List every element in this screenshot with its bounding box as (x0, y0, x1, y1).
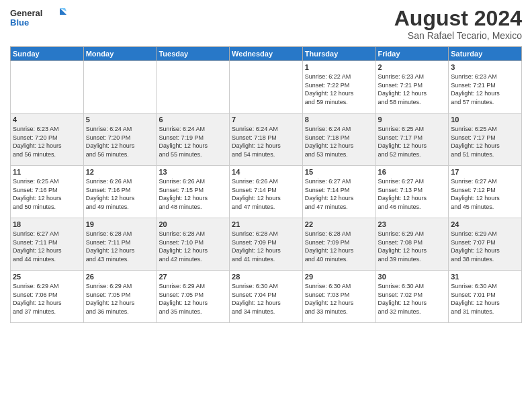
calendar-cell: 1Sunrise: 6:22 AM Sunset: 7:22 PM Daylig… (302, 61, 375, 113)
day-info: Sunrise: 6:28 AM Sunset: 7:11 PM Dayligh… (86, 230, 154, 263)
day-number: 11 (13, 168, 81, 176)
title-area: August 2024 San Rafael Tecario, Mexico (394, 7, 522, 41)
calendar-cell: 12Sunrise: 6:26 AM Sunset: 7:16 PM Dayli… (83, 166, 157, 218)
calendar-cell: 16Sunrise: 6:27 AM Sunset: 7:13 PM Dayli… (375, 166, 449, 218)
day-number: 4 (13, 116, 81, 124)
day-number: 13 (159, 168, 227, 176)
calendar-cell (83, 61, 157, 113)
day-info: Sunrise: 6:28 AM Sunset: 7:09 PM Dayligh… (305, 230, 373, 263)
weekday-header-saturday: Saturday (449, 47, 522, 61)
weekday-header-wednesday: Wednesday (230, 47, 303, 61)
day-info: Sunrise: 6:24 AM Sunset: 7:18 PM Dayligh… (232, 125, 300, 158)
weekday-header-row: SundayMondayTuesdayWednesdayThursdayFrid… (11, 47, 522, 61)
page: General Blue August 2024 San Rafael Teca… (0, 0, 532, 411)
day-info: Sunrise: 6:30 AM Sunset: 7:01 PM Dayligh… (451, 282, 519, 316)
calendar-cell: 8Sunrise: 6:24 AM Sunset: 7:18 PM Daylig… (302, 113, 375, 166)
calendar-cell: 2Sunrise: 6:23 AM Sunset: 7:21 PM Daylig… (375, 61, 449, 113)
svg-text:General: General (10, 8, 42, 18)
calendar-cell: 10Sunrise: 6:25 AM Sunset: 7:17 PM Dayli… (449, 113, 522, 166)
day-info: Sunrise: 6:29 AM Sunset: 7:07 PM Dayligh… (451, 230, 519, 263)
calendar-week-4: 18Sunrise: 6:27 AM Sunset: 7:11 PM Dayli… (11, 218, 522, 271)
day-number: 30 (378, 273, 447, 281)
day-number: 29 (305, 273, 373, 281)
weekday-header-thursday: Thursday (302, 47, 375, 61)
day-info: Sunrise: 6:24 AM Sunset: 7:18 PM Dayligh… (305, 125, 373, 158)
calendar-cell: 7Sunrise: 6:24 AM Sunset: 7:18 PM Daylig… (230, 113, 303, 166)
calendar-cell: 21Sunrise: 6:28 AM Sunset: 7:09 PM Dayli… (230, 218, 303, 271)
day-number: 3 (451, 63, 519, 71)
day-number: 12 (86, 168, 154, 176)
day-number: 31 (451, 273, 519, 281)
calendar-cell: 15Sunrise: 6:27 AM Sunset: 7:14 PM Dayli… (302, 166, 375, 218)
calendar-cell: 4Sunrise: 6:23 AM Sunset: 7:20 PM Daylig… (11, 113, 84, 166)
weekday-header-sunday: Sunday (11, 47, 84, 61)
day-number: 23 (378, 220, 447, 228)
day-number: 6 (159, 116, 227, 124)
day-info: Sunrise: 6:25 AM Sunset: 7:17 PM Dayligh… (378, 125, 447, 158)
calendar-week-1: 1Sunrise: 6:22 AM Sunset: 7:22 PM Daylig… (11, 61, 522, 113)
day-number: 2 (378, 63, 447, 71)
calendar-cell: 22Sunrise: 6:28 AM Sunset: 7:09 PM Dayli… (302, 218, 375, 271)
calendar-cell: 30Sunrise: 6:30 AM Sunset: 7:02 PM Dayli… (375, 271, 449, 323)
day-info: Sunrise: 6:26 AM Sunset: 7:14 PM Dayligh… (232, 177, 300, 211)
calendar-week-3: 11Sunrise: 6:25 AM Sunset: 7:16 PM Dayli… (11, 166, 522, 218)
day-info: Sunrise: 6:24 AM Sunset: 7:20 PM Dayligh… (86, 125, 154, 158)
day-number: 1 (305, 63, 373, 71)
logo: General Blue (10, 7, 71, 30)
day-number: 10 (451, 116, 519, 124)
calendar-cell: 13Sunrise: 6:26 AM Sunset: 7:15 PM Dayli… (157, 166, 230, 218)
day-info: Sunrise: 6:23 AM Sunset: 7:21 PM Dayligh… (378, 73, 447, 106)
day-number: 25 (13, 273, 81, 281)
header: General Blue August 2024 San Rafael Teca… (10, 7, 522, 41)
day-number: 17 (451, 168, 519, 176)
logo-svg: General Blue (10, 7, 71, 30)
day-number: 8 (305, 116, 373, 124)
weekday-header-tuesday: Tuesday (157, 47, 230, 61)
day-info: Sunrise: 6:27 AM Sunset: 7:11 PM Dayligh… (13, 230, 81, 263)
day-info: Sunrise: 6:23 AM Sunset: 7:20 PM Dayligh… (13, 125, 81, 158)
day-info: Sunrise: 6:29 AM Sunset: 7:08 PM Dayligh… (378, 230, 447, 263)
day-info: Sunrise: 6:30 AM Sunset: 7:02 PM Dayligh… (378, 282, 447, 316)
calendar-body: 1Sunrise: 6:22 AM Sunset: 7:22 PM Daylig… (11, 61, 522, 323)
calendar-cell: 5Sunrise: 6:24 AM Sunset: 7:20 PM Daylig… (83, 113, 157, 166)
calendar-cell: 14Sunrise: 6:26 AM Sunset: 7:14 PM Dayli… (230, 166, 303, 218)
calendar-cell: 31Sunrise: 6:30 AM Sunset: 7:01 PM Dayli… (449, 271, 522, 323)
day-number: 20 (159, 220, 227, 228)
calendar-cell: 17Sunrise: 6:27 AM Sunset: 7:12 PM Dayli… (449, 166, 522, 218)
day-info: Sunrise: 6:29 AM Sunset: 7:06 PM Dayligh… (13, 282, 81, 316)
day-info: Sunrise: 6:29 AM Sunset: 7:05 PM Dayligh… (86, 282, 154, 316)
day-number: 24 (451, 220, 519, 228)
day-info: Sunrise: 6:27 AM Sunset: 7:14 PM Dayligh… (305, 177, 373, 211)
main-title: August 2024 (394, 7, 522, 30)
calendar-cell: 18Sunrise: 6:27 AM Sunset: 7:11 PM Dayli… (11, 218, 84, 271)
day-info: Sunrise: 6:28 AM Sunset: 7:10 PM Dayligh… (159, 230, 227, 263)
calendar-cell: 11Sunrise: 6:25 AM Sunset: 7:16 PM Dayli… (11, 166, 84, 218)
day-info: Sunrise: 6:25 AM Sunset: 7:16 PM Dayligh… (13, 177, 81, 211)
calendar-cell: 29Sunrise: 6:30 AM Sunset: 7:03 PM Dayli… (302, 271, 375, 323)
day-info: Sunrise: 6:29 AM Sunset: 7:05 PM Dayligh… (159, 282, 227, 316)
day-info: Sunrise: 6:30 AM Sunset: 7:04 PM Dayligh… (232, 282, 300, 316)
calendar-cell: 9Sunrise: 6:25 AM Sunset: 7:17 PM Daylig… (375, 113, 449, 166)
calendar-cell: 3Sunrise: 6:23 AM Sunset: 7:21 PM Daylig… (449, 61, 522, 113)
day-info: Sunrise: 6:26 AM Sunset: 7:15 PM Dayligh… (159, 177, 227, 211)
calendar-cell: 19Sunrise: 6:28 AM Sunset: 7:11 PM Dayli… (83, 218, 157, 271)
calendar-cell: 24Sunrise: 6:29 AM Sunset: 7:07 PM Dayli… (449, 218, 522, 271)
calendar-week-5: 25Sunrise: 6:29 AM Sunset: 7:06 PM Dayli… (11, 271, 522, 323)
day-info: Sunrise: 6:30 AM Sunset: 7:03 PM Dayligh… (305, 282, 373, 316)
calendar-cell: 28Sunrise: 6:30 AM Sunset: 7:04 PM Dayli… (230, 271, 303, 323)
calendar-header: SundayMondayTuesdayWednesdayThursdayFrid… (11, 47, 522, 61)
calendar-cell (157, 61, 230, 113)
day-number: 15 (305, 168, 373, 176)
day-number: 27 (159, 273, 227, 281)
subtitle: San Rafael Tecario, Mexico (394, 30, 522, 41)
calendar-cell (11, 61, 84, 113)
calendar-cell: 23Sunrise: 6:29 AM Sunset: 7:08 PM Dayli… (375, 218, 449, 271)
calendar-cell: 6Sunrise: 6:24 AM Sunset: 7:19 PM Daylig… (157, 113, 230, 166)
day-number: 21 (232, 220, 300, 228)
svg-text:Blue: Blue (10, 17, 29, 28)
calendar-week-2: 4Sunrise: 6:23 AM Sunset: 7:20 PM Daylig… (11, 113, 522, 166)
weekday-header-monday: Monday (83, 47, 157, 61)
day-info: Sunrise: 6:27 AM Sunset: 7:12 PM Dayligh… (451, 177, 519, 211)
calendar-cell (230, 61, 303, 113)
day-number: 19 (86, 220, 154, 228)
